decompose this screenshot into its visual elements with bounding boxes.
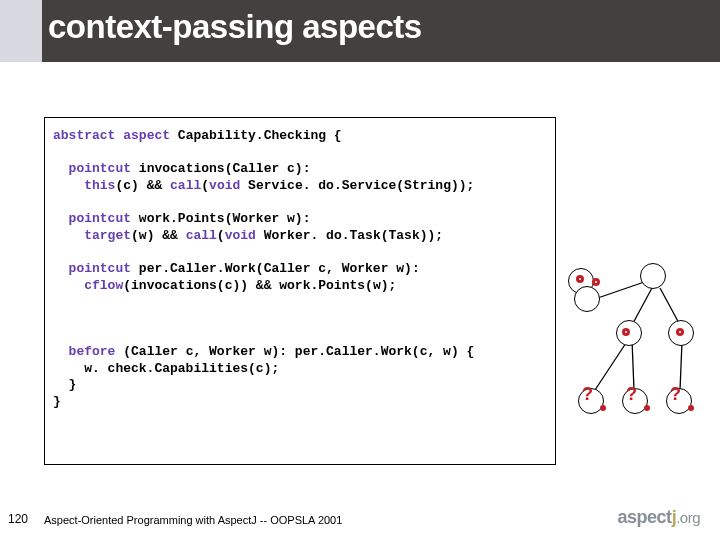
code-content: abstract aspect Capability.Checking { po… (53, 128, 547, 411)
red-dot-icon (688, 405, 694, 411)
worker-diagram: ? ? ? (560, 260, 710, 460)
svg-line-2 (632, 288, 652, 325)
svg-line-5 (680, 342, 682, 390)
qmark-icon: ? (626, 384, 637, 405)
node-circle (574, 286, 600, 312)
footer-text: Aspect-Oriented Programming with AspectJ… (44, 514, 342, 526)
red-open-circle-icon (592, 278, 600, 286)
logo-aspect: aspect (618, 507, 672, 527)
title-bar: context-passing aspects (0, 0, 720, 62)
red-open-circle-icon (676, 328, 684, 336)
svg-line-3 (595, 340, 628, 390)
red-dot-icon (600, 405, 606, 411)
red-open-circle-icon (576, 275, 584, 283)
qmark-icon: ? (582, 384, 593, 405)
title-left-accent (0, 0, 42, 62)
logo: aspectj.org (618, 507, 700, 528)
qmark-icon: ? (670, 384, 681, 405)
slide: context-passing aspects abstract aspect … (0, 0, 720, 540)
node-circle (640, 263, 666, 289)
logo-org: .org (676, 509, 700, 526)
red-dot-icon (644, 405, 650, 411)
slide-title: context-passing aspects (48, 8, 422, 46)
code-box: abstract aspect Capability.Checking { po… (44, 117, 556, 465)
svg-line-4 (632, 340, 634, 390)
slide-number: 120 (8, 512, 28, 526)
red-open-circle-icon (622, 328, 630, 336)
